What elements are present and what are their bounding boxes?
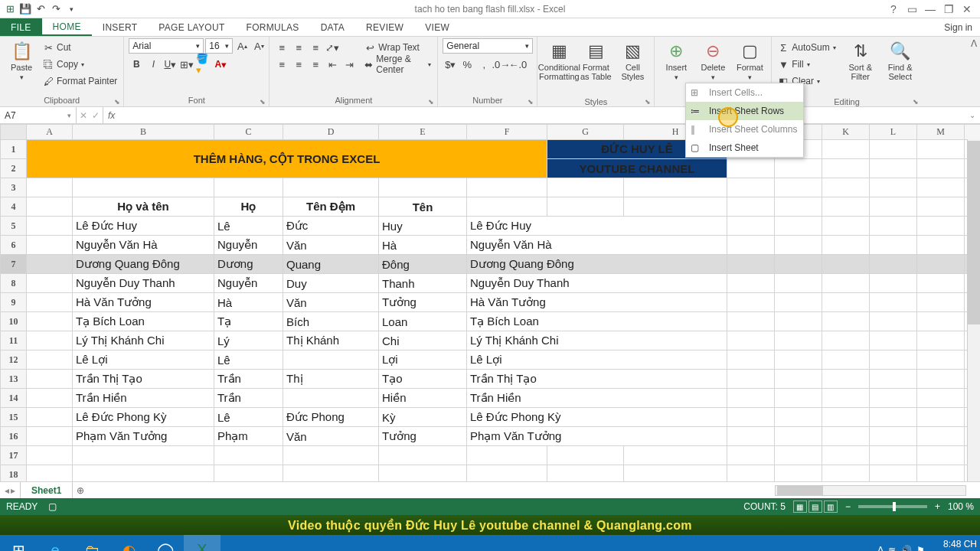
tray-volume-icon[interactable]: 🔊	[900, 545, 912, 551]
shrink-font-icon[interactable]: A▾	[251, 38, 266, 54]
cell[interactable]	[775, 236, 822, 255]
cell[interactable]	[917, 389, 965, 408]
cell[interactable]	[27, 446, 73, 465]
cell[interactable]: Hà Văn Tưởng	[467, 293, 727, 312]
firefox-icon[interactable]: ◐	[110, 535, 147, 551]
cell[interactable]: Lê Đức Phong Kỳ	[467, 408, 727, 427]
cell[interactable]	[73, 446, 214, 465]
ie-icon[interactable]: e	[37, 535, 74, 551]
find-select-button[interactable]: 🔍Find & Select	[884, 38, 917, 81]
cell[interactable]: Nguyễn Duy Thanh	[467, 274, 727, 293]
cell[interactable]	[775, 159, 822, 178]
row-header-3[interactable]: 3	[1, 178, 27, 197]
insert-button[interactable]: ⊕Insert▾	[659, 38, 693, 81]
tab-formulas[interactable]: FORMULAS	[236, 18, 310, 36]
percent-icon[interactable]: %	[459, 57, 475, 72]
cell[interactable]	[822, 446, 870, 465]
cell[interactable]	[379, 178, 467, 197]
tab-review[interactable]: REVIEW	[355, 18, 414, 36]
row-header-9[interactable]: 9	[1, 293, 27, 312]
cell[interactable]	[27, 178, 73, 197]
increase-decimal-icon[interactable]: .0→	[493, 57, 508, 72]
cell[interactable]	[73, 465, 214, 482]
zoom-in-icon[interactable]: +	[935, 501, 940, 512]
undo-icon[interactable]: ↶	[34, 2, 47, 16]
cell[interactable]	[870, 465, 917, 482]
cell[interactable]	[727, 159, 775, 178]
delete-button[interactable]: ⊖Delete▾	[696, 38, 730, 81]
cell[interactable]: Phạm	[214, 427, 283, 446]
cell[interactable]	[27, 293, 73, 312]
cell[interactable]	[917, 427, 965, 446]
cell[interactable]	[917, 408, 965, 427]
cell[interactable]	[917, 312, 965, 331]
cell[interactable]	[822, 217, 870, 236]
header-ten-dem[interactable]: Tên Đệm	[283, 197, 379, 217]
cell[interactable]	[822, 178, 870, 197]
cell[interactable]	[822, 389, 870, 408]
cell[interactable]	[467, 465, 547, 482]
row-header-2[interactable]: 2	[1, 159, 27, 178]
cell[interactable]: Lý Thị Khánh Chi	[73, 331, 214, 350]
ribbon-options-icon[interactable]: ▭	[905, 3, 919, 15]
cell[interactable]	[727, 255, 775, 274]
cell[interactable]	[775, 255, 822, 274]
cell[interactable]	[467, 197, 547, 217]
cell[interactable]	[73, 178, 214, 197]
cell[interactable]: Dương	[214, 255, 283, 274]
cell[interactable]	[775, 370, 822, 389]
cell[interactable]	[917, 197, 965, 217]
cell[interactable]	[727, 408, 775, 427]
border-icon[interactable]: ⊞▾	[179, 57, 194, 72]
expand-formula-icon[interactable]: ⌄	[965, 111, 980, 119]
cell[interactable]: Tạ Bích Loan	[467, 312, 727, 331]
cell[interactable]	[547, 465, 624, 482]
tab-file[interactable]: FILE	[0, 18, 42, 36]
cell[interactable]	[27, 274, 73, 293]
row-header-11[interactable]: 11	[1, 331, 27, 350]
decrease-decimal-icon[interactable]: ←.0	[510, 57, 525, 72]
tab-data[interactable]: DATA	[310, 18, 355, 36]
cell[interactable]	[283, 446, 379, 465]
redo-icon[interactable]: ↷	[49, 2, 63, 16]
cell[interactable]	[870, 140, 917, 159]
tab-view[interactable]: VIEW	[414, 18, 460, 36]
row-header-7[interactable]: 7	[1, 255, 27, 274]
cancel-formula-icon[interactable]: ✕	[80, 110, 87, 121]
fx-icon[interactable]: fx	[103, 110, 119, 121]
system-tray[interactable]: ᐱ ≋ 🔊 ⚑	[877, 545, 925, 551]
col-header-F[interactable]: F	[467, 125, 547, 140]
menu-insert-columns[interactable]: ‖Insert Sheet Columns	[686, 120, 803, 139]
cell[interactable]	[870, 236, 917, 255]
cell[interactable]	[822, 408, 870, 427]
worksheet-grid[interactable]: ABCDEFGHIJKLMN1THÊM HÀNG, CỘT TRONG EXCE…	[0, 124, 980, 481]
cell[interactable]	[624, 197, 727, 217]
cell[interactable]	[775, 312, 822, 331]
cell[interactable]: Tạo	[379, 370, 467, 389]
cell[interactable]	[727, 236, 775, 255]
macro-record-icon[interactable]: ▢	[48, 501, 57, 512]
cell[interactable]	[775, 446, 822, 465]
cell[interactable]	[547, 197, 624, 217]
cell[interactable]	[870, 350, 917, 370]
sheet-tab-sheet1[interactable]: Sheet1	[20, 482, 73, 498]
cell[interactable]: Tưởng	[379, 293, 467, 312]
cell[interactable]	[775, 350, 822, 370]
cell[interactable]	[917, 350, 965, 370]
sign-in-link[interactable]: Sign in	[936, 18, 980, 36]
cell[interactable]	[27, 236, 73, 255]
cell[interactable]	[822, 350, 870, 370]
cell[interactable]	[917, 274, 965, 293]
indent-dec-icon[interactable]: ⇤	[325, 57, 340, 72]
cell[interactable]: Huy	[379, 217, 467, 236]
cell[interactable]: Tạ	[214, 312, 283, 331]
cell[interactable]	[822, 312, 870, 331]
col-header-D[interactable]: D	[283, 125, 379, 140]
header-ho-va-ten[interactable]: Họ và tên	[73, 197, 214, 217]
enter-formula-icon[interactable]: ✓	[92, 110, 100, 121]
cell[interactable]	[27, 312, 73, 331]
cell-styles-button[interactable]: ▧Cell Styles	[616, 38, 649, 81]
vertical-scrollbar[interactable]	[967, 139, 980, 481]
tab-page-layout[interactable]: PAGE LAYOUT	[148, 18, 235, 36]
col-header-A[interactable]: A	[27, 125, 73, 140]
